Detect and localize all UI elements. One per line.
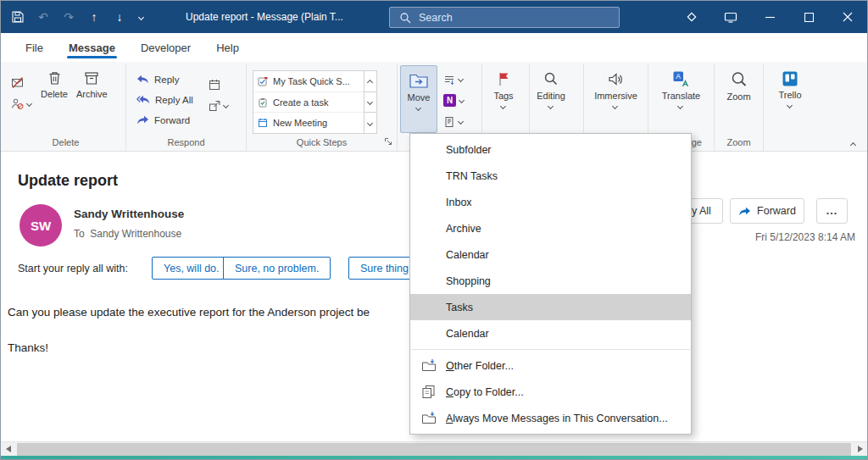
menu-item-folder[interactable]: Subfolder <box>410 136 691 163</box>
tab-help[interactable]: Help <box>203 36 252 60</box>
respond-group-label: Respond <box>129 136 243 151</box>
scroll-thumb[interactable] <box>17 443 851 456</box>
onenote-icon[interactable]: N <box>441 90 468 111</box>
tab-file[interactable]: File <box>13 36 56 60</box>
rules-icon[interactable] <box>441 69 468 90</box>
menu-item-folder[interactable]: Archive <box>410 215 691 241</box>
move-dropdown-menu: Subfolder TRN Tasks Inbox Archive Calend… <box>409 133 692 435</box>
undo-icon[interactable]: ↶ <box>36 10 50 24</box>
forward-button-label: Forward <box>154 115 190 125</box>
chevron-down-icon <box>458 76 465 82</box>
diamond-icon[interactable] <box>672 1 711 33</box>
trello-button[interactable]: Trello <box>771 65 809 108</box>
move-folder-icon <box>409 71 429 90</box>
read-aloud-icon <box>607 70 624 88</box>
chevron-down-icon <box>223 103 230 108</box>
gallery-down-icon[interactable] <box>364 91 376 113</box>
block-sender-icon[interactable] <box>8 93 36 114</box>
forward-arrow-icon <box>738 207 751 216</box>
suggested-reply-1[interactable]: Yes, will do. <box>152 257 231 280</box>
tab-developer[interactable]: Developer <box>128 36 203 60</box>
tags-button-label: Tags <box>493 91 513 101</box>
minimize-button[interactable] <box>750 1 789 33</box>
more-actions-button[interactable]: ... <box>816 198 848 224</box>
zoom-button[interactable]: Zoom <box>721 65 758 102</box>
copy-folder-icon <box>421 385 437 399</box>
reply-all-button[interactable]: Reply All <box>134 91 196 108</box>
meeting-icon[interactable] <box>206 74 232 95</box>
editing-button[interactable]: Editing <box>532 65 570 109</box>
forward-button[interactable]: Forward <box>134 112 196 128</box>
share-icon[interactable] <box>206 95 232 116</box>
quick-step-label: Create a task <box>273 97 328 108</box>
avatar[interactable]: SW <box>19 204 62 247</box>
archive-button-label: Archive <box>76 89 108 99</box>
reply-arrow-icon <box>136 75 149 84</box>
message-timestamp: Fri 5/12/2023 8:14 AM <box>755 231 855 243</box>
close-button[interactable] <box>828 1 867 33</box>
redo-icon[interactable]: ↷ <box>62 10 75 24</box>
up-arrow-icon[interactable]: ↑ <box>87 10 101 24</box>
gallery-up-icon[interactable] <box>364 71 376 91</box>
always-move-icon <box>421 411 437 425</box>
menu-item-folder[interactable]: Calendar <box>410 241 691 268</box>
search-box[interactable]: Search <box>389 7 620 28</box>
archive-button[interactable]: Archive <box>73 65 111 99</box>
archive-icon <box>84 70 99 86</box>
translate-button[interactable]: A Translate <box>659 65 704 109</box>
tags-button[interactable]: Tags <box>485 65 522 109</box>
reply-all-button-label: Reply All <box>155 95 193 105</box>
gallery-more-icon[interactable] <box>364 112 376 133</box>
to-recipient: Sandy Writtenhouse <box>90 228 181 240</box>
quick-access-toolbar: ↶ ↷ ↑ ↓ <box>1 10 145 24</box>
tab-message[interactable]: Message <box>56 36 128 60</box>
quick-step-new-meeting[interactable]: New Meeting <box>253 112 364 133</box>
reply-button[interactable]: Reply <box>134 71 196 87</box>
menu-item-folder[interactable]: Shopping <box>410 268 691 294</box>
ribbon-collapse-icon[interactable] <box>850 141 857 147</box>
scroll-left-button[interactable] <box>1 442 15 457</box>
menu-item-folder-highlighted[interactable]: Tasks <box>410 294 691 320</box>
immersive-button[interactable]: Immersive <box>591 65 641 109</box>
chevron-down-icon <box>459 97 465 103</box>
chevron-down-icon <box>458 119 465 125</box>
quick-step-create-task[interactable]: Create a task <box>253 91 364 113</box>
move-button[interactable]: Move <box>400 65 437 133</box>
save-icon[interactable] <box>11 10 25 24</box>
delete-button[interactable]: Delete <box>36 65 73 99</box>
scroll-right-button[interactable] <box>853 442 867 457</box>
menu-item-folder[interactable]: Calendar <box>410 320 691 346</box>
presenter-icon[interactable] <box>711 1 750 33</box>
create-task-icon <box>258 97 268 108</box>
menu-item-always-move[interactable]: Always Move Messages in This Conversatio… <box>410 405 691 431</box>
actions-icon[interactable] <box>441 111 468 132</box>
ribbon-group-zoom: Zoom Zoom <box>715 64 764 151</box>
suggested-reply-2[interactable]: Sure, no problem. <box>223 257 331 280</box>
dialog-launcher-icon[interactable] <box>384 137 392 146</box>
down-arrow-icon[interactable]: ↓ <box>113 10 126 24</box>
forward-arrow-icon <box>136 115 149 125</box>
quick-step-my-task[interactable]: My Task Quick S... <box>253 71 364 91</box>
maximize-button[interactable] <box>789 1 828 33</box>
to-label: To <box>74 228 85 240</box>
sender-name: Sandy Writtenhouse <box>74 208 184 220</box>
forward-header-button[interactable]: Forward <box>730 198 804 224</box>
chevron-down-icon <box>612 103 619 109</box>
customize-qat-icon[interactable] <box>138 14 145 20</box>
menu-item-folder[interactable]: Inbox <box>410 189 691 215</box>
menu-item-copy-to-folder[interactable]: Copy to Folder... <box>410 379 691 405</box>
menu-item-other-folder[interactable]: Other Folder... <box>410 352 691 379</box>
quick-step-label: My Task Quick S... <box>273 76 350 86</box>
trash-icon <box>47 70 62 86</box>
window-bottom-accent <box>1 456 867 459</box>
window-title: Update report - Message (Plain T... <box>186 11 343 23</box>
title-bar: ↶ ↷ ↑ ↓ Update report - Message (Plain T… <box>1 1 867 33</box>
move-button-label: Move <box>408 92 431 103</box>
ignore-icon[interactable] <box>8 72 36 93</box>
ribbon-group-trello: Trello <box>764 64 816 151</box>
gallery-scroll-strip <box>364 71 376 133</box>
titlebar-controls <box>672 1 867 33</box>
immersive-button-label: Immersive <box>594 91 637 101</box>
quick-steps-group-label: Quick Steps <box>297 137 347 147</box>
menu-item-folder[interactable]: TRN Tasks <box>410 163 691 189</box>
